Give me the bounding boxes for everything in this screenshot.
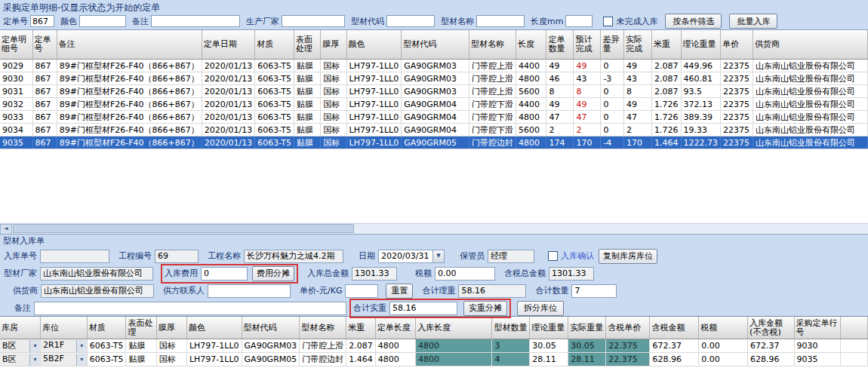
table-row[interactable]: ▾B区▾5B2F6063-T5贴膜国标LH797-1LL0GA90GRM05门带… — [0, 353, 868, 366]
column-header[interactable]: 表面处理 — [294, 30, 320, 60]
checkbox-icon[interactable] — [603, 17, 613, 26]
column-header[interactable]: 长度 — [516, 30, 546, 60]
table-cell: GA90GRM03 — [402, 85, 469, 98]
column-header[interactable]: 表面处理 — [126, 317, 156, 339]
project-name-field[interactable] — [244, 250, 343, 263]
column-header[interactable]: 颜色 — [346, 30, 402, 60]
column-header[interactable]: 定单长度 — [375, 317, 415, 339]
column-header[interactable]: 供货商 — [753, 30, 867, 60]
total-theory-weight-field[interactable] — [458, 284, 526, 298]
profile-name-filter-input[interactable] — [476, 15, 525, 27]
dropdown-arrow-icon[interactable]: ▾ — [76, 354, 87, 366]
remark-field[interactable] — [34, 302, 346, 315]
column-header[interactable]: 差异量 — [601, 30, 624, 60]
combo-cell[interactable]: ▾2R1F — [41, 339, 88, 353]
tax-included-total-field[interactable] — [549, 267, 594, 281]
horizontal-scrollbar[interactable]: ◄ — [0, 223, 868, 234]
batch-inbound-button[interactable]: 批量入库 — [729, 14, 777, 29]
table-cell: 22375 — [721, 98, 753, 111]
column-header[interactable]: 型材代码 — [402, 30, 469, 60]
project-no-field[interactable] — [155, 250, 199, 263]
column-header[interactable]: 米重 — [652, 30, 682, 60]
unit-price-field[interactable] — [345, 284, 378, 298]
reset-button[interactable]: 重置 — [386, 284, 413, 299]
unfinished-inbound-checkbox[interactable]: 未完成入库 — [603, 16, 657, 27]
column-header[interactable]: 型材名称 — [469, 30, 516, 60]
dropdown-arrow-icon[interactable]: ▾ — [29, 340, 40, 352]
column-header[interactable]: 米重 — [346, 317, 376, 339]
inbound-confirm-checkbox[interactable]: 入库确认 — [548, 250, 594, 262]
column-header[interactable]: 型材名称 — [300, 317, 346, 339]
inbound-no-field[interactable] — [40, 250, 109, 263]
copy-warehouse-location-button[interactable]: 复制库房库位 — [599, 249, 657, 264]
scrollbar-thumb[interactable] — [13, 224, 354, 233]
actual-weight-allocate-button[interactable]: 实重分摊 — [463, 301, 507, 316]
table-row[interactable]: 903286789#门框型材F26-F40（866+867）2020/01/13… — [0, 98, 868, 111]
profile-code-filter-input[interactable] — [386, 15, 435, 27]
column-header[interactable]: 型材代码 — [242, 317, 300, 339]
table-row[interactable]: 903586789#门框型材F26-F40（866+867）2020/01/13… — [0, 136, 868, 149]
column-header[interactable]: 实际完成 — [623, 30, 651, 60]
column-header[interactable]: 入库长度 — [415, 317, 492, 339]
column-header[interactable]: 含税金额 — [650, 317, 699, 339]
column-header[interactable]: 采购定单行号 — [794, 317, 841, 339]
table-cell: 1.726 — [652, 98, 682, 111]
column-header[interactable]: 颜色 — [186, 317, 242, 339]
combo-cell[interactable]: ▾B区 — [0, 339, 41, 353]
supplier-field[interactable] — [41, 284, 154, 298]
date-field[interactable]: 2020/03/31 ▼ — [378, 250, 445, 263]
dropdown-arrow-icon[interactable]: ▾ — [29, 354, 40, 366]
column-header[interactable]: 膜厚 — [156, 317, 186, 339]
remark-filter-input[interactable] — [151, 15, 240, 27]
table-cell: 4800 — [516, 111, 546, 124]
column-header[interactable]: 材质 — [255, 30, 294, 60]
column-header[interactable]: 入库金额(不含税) — [748, 317, 794, 339]
total-qty-field[interactable] — [571, 284, 617, 298]
total-actual-weight-field[interactable] — [389, 302, 457, 315]
keeper-field[interactable] — [488, 250, 534, 263]
table-row[interactable]: 903086789#门框型材F26-F40（866+867）2020/01/13… — [0, 72, 868, 85]
profile-factory-field[interactable] — [40, 267, 153, 281]
column-header[interactable]: 备注 — [57, 30, 202, 60]
tax-field[interactable] — [435, 267, 495, 281]
column-header[interactable]: 理论重量 — [530, 317, 568, 339]
table-cell: 460.81 — [681, 72, 721, 85]
column-header[interactable]: 材质 — [87, 317, 126, 339]
column-header[interactable]: 实际重量 — [568, 317, 606, 339]
supplier-contact-field[interactable] — [208, 284, 291, 298]
column-header[interactable]: 预计完成 — [574, 30, 601, 60]
column-header[interactable]: 定单号 — [32, 30, 57, 60]
dropdown-arrow-icon[interactable]: ▾ — [76, 340, 87, 352]
table-cell: 贴膜 — [294, 85, 320, 98]
inbound-total-field[interactable] — [352, 267, 397, 281]
inbound-fee-field[interactable] — [201, 267, 248, 281]
split-location-button[interactable]: 拆分库位 — [517, 301, 564, 316]
column-header[interactable]: 膜厚 — [321, 30, 346, 60]
length-filter-input[interactable] — [565, 15, 593, 27]
column-header[interactable]: 税额 — [699, 317, 748, 339]
order-no-filter-input[interactable] — [30, 15, 54, 27]
column-header[interactable]: 理论重量 — [681, 30, 721, 60]
column-header[interactable]: 定单数量 — [546, 30, 574, 60]
column-header[interactable]: 定单日期 — [202, 30, 254, 60]
scroll-left-arrow-icon[interactable]: ◄ — [0, 224, 12, 234]
fee-allocate-button[interactable]: 费用分摊 — [252, 266, 294, 281]
column-header[interactable]: 库房 — [0, 317, 41, 339]
table-row[interactable]: 903186789#门框型材F26-F40（866+867）2020/01/13… — [0, 85, 868, 98]
column-header[interactable]: 库位 — [41, 317, 88, 339]
table-row[interactable]: 903486789#门框型材F26-F40（866+867）2020/01/13… — [0, 124, 868, 136]
column-header[interactable]: 型材数量 — [492, 317, 530, 339]
filter-by-condition-button[interactable]: 按条件筛选 — [665, 14, 722, 29]
column-header[interactable]: 单价 — [721, 30, 753, 60]
table-row[interactable]: ▾B区▾2R1F6063-T5贴膜国标LH797-1LL0GA90GRM03门带… — [0, 339, 868, 353]
checkbox-icon[interactable] — [548, 251, 558, 261]
combo-cell[interactable]: ▾5B2F — [41, 353, 88, 366]
manufacturer-filter-input[interactable] — [282, 15, 345, 27]
table-row[interactable]: 902986789#门框型材F26-F40（866+867）2020/01/13… — [0, 60, 868, 72]
column-header[interactable]: 定单明细号 — [0, 30, 32, 60]
combo-cell[interactable]: ▾B区 — [0, 353, 41, 366]
color-filter-input[interactable] — [79, 15, 126, 27]
calendar-dropdown-icon[interactable]: ▼ — [432, 250, 444, 262]
column-header[interactable]: 含税单价 — [606, 317, 650, 339]
table-row[interactable]: 903386789#门框型材F26-F40（866+867）2020/01/13… — [0, 111, 868, 124]
